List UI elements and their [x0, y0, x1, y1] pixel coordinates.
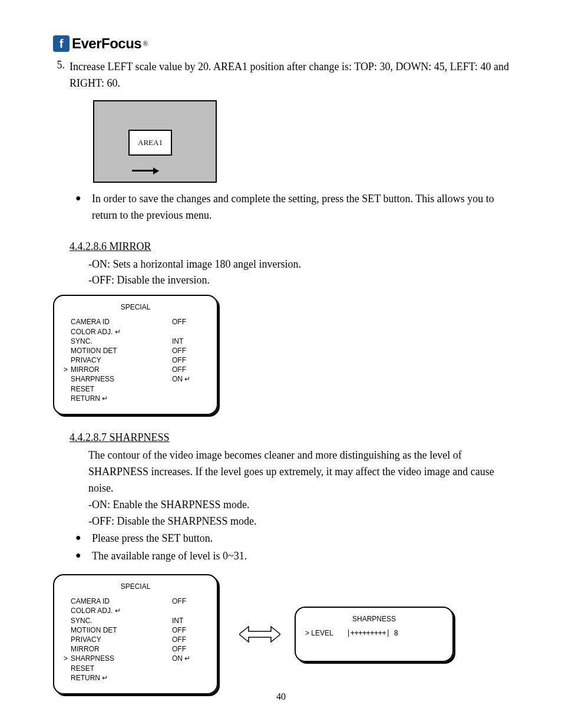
section-heading-mirror: 4.4.2.8.6 MIRROR [70, 241, 509, 253]
osd-row: MIRROROFF [64, 644, 207, 654]
osd-row: PRIVACYOFF [64, 635, 207, 644]
osd-menu-sharpness: SPECIAL CAMERA IDOFF COLOR ADJ. ↵ SYNC.I… [53, 574, 218, 694]
sharpness-on-line: -ON: Enable the SHARPNESS mode. [88, 497, 509, 513]
osd-row: SHARPNESSON ↵ [64, 374, 207, 384]
osd-title: SPECIAL [64, 582, 207, 591]
mirror-off-line: -OFF: Disable the inversion. [88, 272, 509, 289]
osd-row: RESET [64, 384, 207, 394]
list-text: Increase LEFT scale value by 20. AREA1 p… [70, 59, 509, 92]
bullet-icon: ● [75, 548, 92, 565]
osd-row: SYNC.INT [64, 337, 207, 346]
level-label: > LEVEL [305, 629, 346, 637]
mirror-on-line: -ON: Sets a horizontal image 180 angel i… [88, 256, 509, 273]
osd-title: SHARPNESS [305, 615, 443, 623]
osd-row: MOTIION DETOFF [64, 346, 207, 355]
logo-mark-icon: f [53, 35, 70, 52]
section-heading-sharpness: 4.4.2.8.7 SHARPNESS [70, 431, 509, 444]
bullet-save-changes: ● In order to save the changes and compl… [53, 191, 509, 224]
bullet-icon: ● [75, 191, 92, 224]
osd-row-selected: >SHARPNESSON ↵ [64, 654, 207, 663]
sharpness-off-line: -OFF: Disable the SHARPNESS mode. [88, 513, 509, 530]
osd-menu-mirror: SPECIAL CAMERA IDOFF COLOR ADJ. ↵ SYNC.I… [53, 295, 218, 415]
brand-logo: f EverFocus ® [53, 35, 509, 52]
area1-box: AREA1 [128, 130, 172, 156]
logo-text: EverFocus [72, 35, 141, 52]
osd-row: MOTIION DETOFF [64, 625, 207, 635]
area-position-figure: AREA1 [93, 100, 217, 183]
page-number: 40 [0, 691, 562, 702]
bullet-press-set: ● Please press the SET button. [53, 531, 509, 547]
bullet-icon: ● [75, 531, 92, 547]
sharpness-description: The contour of the video image becomes c… [88, 447, 509, 497]
osd-row: RESET [64, 664, 207, 673]
list-number: 5. [53, 59, 70, 92]
osd-row: PRIVACYOFF [64, 355, 207, 365]
osd-title: SPECIAL [64, 303, 207, 311]
right-arrow-icon [132, 167, 159, 174]
osd-row: SYNC.INT [64, 616, 207, 625]
svg-marker-0 [239, 627, 280, 642]
osd-row: CAMERA IDOFF [64, 317, 207, 327]
osd-row: COLOR ADJ. ↵ [64, 327, 207, 337]
logo-registered-icon: ® [143, 39, 148, 48]
osd-row: COLOR ADJ. ↵ [64, 606, 207, 615]
osd-row: RETURN ↵ [64, 673, 207, 683]
list-item-5: 5. Increase LEFT scale value by 20. AREA… [53, 59, 509, 92]
osd-row: RETURN ↵ [64, 394, 207, 403]
osd-sharpness-level: SHARPNESS > LEVEL |+++++++++| 8 [295, 607, 454, 662]
osd-row: CAMERA IDOFF [64, 597, 207, 606]
bullet-text: Please press the SET button. [92, 531, 509, 547]
bullet-text: The available range of level is 0~31. [92, 548, 509, 565]
bullet-text: In order to save the changes and complet… [92, 191, 509, 224]
double-arrow-icon [239, 624, 280, 644]
osd-row-selected: >MIRROROFF [64, 365, 207, 374]
level-bar: |+++++++++| 8 [346, 629, 443, 637]
bullet-range: ● The available range of level is 0~31. [53, 548, 509, 565]
